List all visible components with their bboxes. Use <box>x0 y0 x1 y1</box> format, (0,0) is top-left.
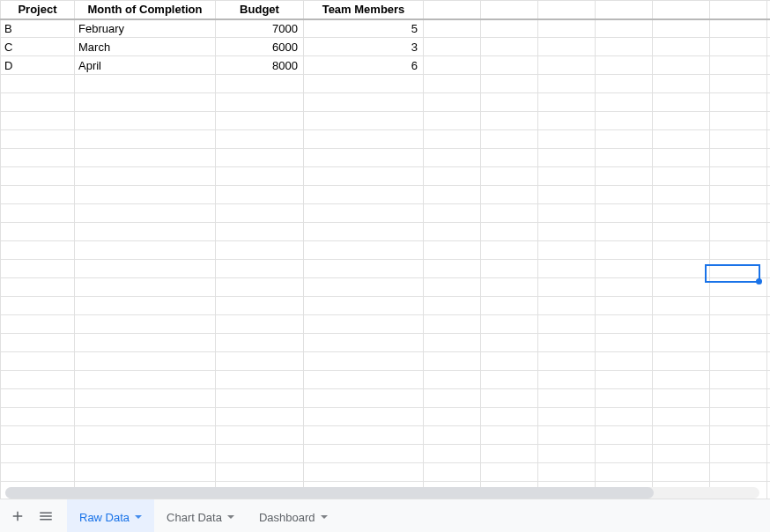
cell-budget[interactable]: 7000 <box>216 19 304 38</box>
plus-icon <box>10 508 26 524</box>
header-row: Project Month of Completion Budget Team … <box>1 1 771 19</box>
table-row <box>1 389 771 408</box>
sheet-tab-label: Dashboard <box>259 511 315 524</box>
all-sheets-button[interactable] <box>32 502 60 530</box>
cell-month[interactable]: April <box>75 56 216 75</box>
table-row: CMarch60003 <box>1 38 771 56</box>
table-row <box>1 204 771 223</box>
sheet-tab-dashboard[interactable]: Dashboard <box>247 499 340 532</box>
sheet-tab-raw-data[interactable]: Raw Data <box>67 499 154 532</box>
horizontal-scrollbar[interactable] <box>5 487 759 499</box>
sheet-tab-bar: Raw DataChart DataDashboard <box>0 499 770 532</box>
table-row <box>1 223 771 241</box>
table-row <box>1 112 771 130</box>
sheet-tab-label: Raw Data <box>79 511 130 524</box>
table-row <box>1 167 771 186</box>
menu-icon <box>38 508 54 524</box>
table-row <box>1 334 771 352</box>
table-row <box>1 93 771 112</box>
table-row <box>1 130 771 149</box>
chevron-down-icon[interactable] <box>321 515 328 519</box>
cell-team[interactable]: 6 <box>304 56 424 75</box>
table-row <box>1 260 771 278</box>
sheet-tab-chart-data[interactable]: Chart Data <box>154 499 247 532</box>
table-row <box>1 241 771 260</box>
cell-budget[interactable]: 8000 <box>216 56 304 75</box>
table-row <box>1 278 771 297</box>
table-row: BFebruary70005 <box>1 19 771 38</box>
cell-budget[interactable]: 6000 <box>216 38 304 56</box>
spreadsheet-grid[interactable]: Project Month of Completion Budget Team … <box>0 0 770 499</box>
table-row <box>1 371 771 389</box>
header-budget[interactable]: Budget <box>216 1 304 19</box>
chevron-down-icon[interactable] <box>227 515 234 519</box>
table-row <box>1 463 771 482</box>
table-row <box>1 445 771 463</box>
cell-team[interactable]: 5 <box>304 19 424 38</box>
add-sheet-button[interactable] <box>4 502 32 530</box>
table-row <box>1 149 771 167</box>
cell-team[interactable]: 3 <box>304 38 424 56</box>
table-row <box>1 426 771 445</box>
table-row <box>1 75 771 93</box>
cell-project[interactable]: D <box>1 56 75 75</box>
cell-month[interactable]: February <box>75 19 216 38</box>
table-row <box>1 352 771 371</box>
table-row: DApril80006 <box>1 56 771 75</box>
header-month[interactable]: Month of Completion <box>75 1 216 19</box>
cell-month[interactable]: March <box>75 38 216 56</box>
cell-project[interactable]: B <box>1 19 75 38</box>
chevron-down-icon[interactable] <box>135 515 142 519</box>
header-team[interactable]: Team Members <box>304 1 424 19</box>
table-row <box>1 186 771 204</box>
header-project[interactable]: Project <box>1 1 75 19</box>
table-row <box>1 297 771 315</box>
horizontal-scrollbar-thumb[interactable] <box>5 487 654 499</box>
table-row <box>1 408 771 426</box>
cell-project[interactable]: C <box>1 38 75 56</box>
sheet-tab-label: Chart Data <box>167 511 222 524</box>
table-row <box>1 315 771 334</box>
